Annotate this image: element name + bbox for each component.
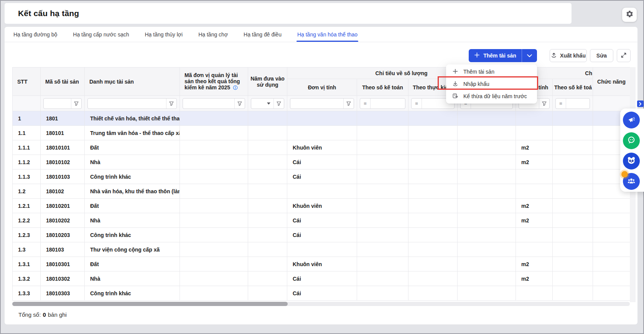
panda-assistant-button[interactable]: [623, 153, 640, 169]
table-row[interactable]: 1.2.218010202NhàCáim2: [13, 213, 630, 228]
table-row[interactable]: 1.3.318010303Công trình khácCái: [13, 286, 630, 301]
edit-button[interactable]: Sửa: [590, 49, 613, 62]
add-asset-button[interactable]: Thêm tài sản: [469, 49, 522, 62]
table-cell: [408, 140, 458, 155]
filter-funnel-icon[interactable]: [235, 99, 245, 109]
filter-funnel-icon[interactable]: [344, 99, 354, 109]
filter-input-unit-code[interactable]: [183, 99, 234, 109]
main-card: Hạ tầng đường bộ Hạ tầng cấp nước sạch H…: [5, 27, 637, 324]
tab-ha-tang-duong-bo[interactable]: Hạ tầng đường bộ: [13, 27, 58, 42]
table-row[interactable]: 1.1180101Trung tâm văn hóa - thể thao cấ…: [13, 126, 630, 140]
menu-item-nhap-khau[interactable]: Nhập khẩu: [446, 78, 537, 90]
table-cell: Cái: [287, 271, 357, 286]
table-cell: [357, 228, 408, 242]
filter-operator[interactable]: =: [556, 99, 566, 109]
table-cell: [357, 169, 408, 184]
table-cell: [408, 286, 458, 301]
table-row[interactable]: 1.2.118010201ĐấtKhuôn viênm2: [13, 199, 630, 213]
chevron-down-icon: [527, 53, 532, 59]
export-button[interactable]: Xuất khẩu: [550, 49, 587, 62]
table-cell: [357, 155, 408, 169]
table-cell: [408, 184, 458, 199]
table-cell: m2: [516, 199, 553, 213]
table-cell: 1.1.3: [13, 169, 41, 184]
add-asset-dropdown-button[interactable]: [522, 49, 537, 62]
filter-input-asset-code[interactable]: [44, 99, 71, 109]
table-cell: [180, 228, 248, 242]
table-cell: Nhà: [85, 155, 180, 169]
table-row[interactable]: 1.1.218010102NhàCáim2: [13, 155, 630, 169]
chat-button[interactable]: [623, 132, 640, 149]
page-title: Kết cấu hạ tầng: [18, 9, 79, 18]
filter-funnel-icon[interactable]: [274, 99, 284, 109]
table-cell: 1.3.1: [13, 257, 41, 271]
table-cell: [180, 199, 248, 213]
table-cell: m2: [516, 257, 553, 271]
table-cell: [180, 140, 248, 155]
filter-funnel-icon[interactable]: [71, 99, 81, 109]
chevron-down-icon[interactable]: [264, 99, 273, 109]
filter-input-asset-category[interactable]: [88, 99, 166, 109]
filter-funnel-icon[interactable]: [539, 99, 549, 109]
table-cell: m2: [516, 213, 553, 228]
horizontal-scrollbar[interactable]: [12, 302, 630, 306]
table-cell: [357, 213, 408, 228]
table-cell: [553, 184, 593, 199]
gear-icon: [626, 10, 634, 20]
table-cell: 1.1.2: [13, 155, 41, 169]
col-header-quantity-unit: Đơn vị tính: [287, 79, 357, 96]
table-cell: [248, 184, 287, 199]
table-cell: [180, 169, 248, 184]
table-cell: [458, 242, 516, 257]
settings-button[interactable]: [622, 8, 637, 22]
table-cell: Khuôn viên: [287, 199, 357, 213]
table-row[interactable]: 1.1.318010103Công trình khácCái: [13, 169, 630, 184]
download-icon: [452, 81, 458, 88]
table-cell: [248, 271, 287, 286]
announcement-button[interactable]: [623, 112, 640, 128]
plus-icon: [452, 68, 458, 76]
tab-ha-tang-thuy-loi[interactable]: Hạ tầng thủy lợi: [144, 27, 183, 42]
expand-icon: [621, 52, 627, 59]
col-header-year-in-use: Năm đưa vào sử dụng: [248, 67, 287, 96]
table-cell: [248, 155, 287, 169]
filter-operator[interactable]: =: [412, 99, 422, 109]
table-row[interactable]: 1.2180102Nhà văn hóa, khu thể thao thôn …: [13, 184, 630, 199]
expand-button[interactable]: [617, 49, 631, 62]
table-cell: [248, 126, 287, 140]
table-cell: [408, 126, 458, 140]
horizontal-scrollbar-thumb[interactable]: [12, 302, 288, 306]
table-cell: [357, 271, 408, 286]
table-row[interactable]: 11801Thiết chế văn hóa, thiết chế thể th…: [13, 111, 630, 126]
col-header-asset-code: Mã số tài sản: [41, 67, 85, 96]
table-row[interactable]: 1.3180103Thư viện công cộng cấp xã: [13, 242, 630, 257]
filter-input-value-accounting[interactable]: [566, 99, 590, 109]
table-cell: [180, 242, 248, 257]
table-row[interactable]: 1.3.118010301ĐấtKhuôn viênm2: [13, 257, 630, 271]
tab-ha-tang-van-hoa-the-thao[interactable]: Hạ tầng văn hóa thể thao: [296, 27, 358, 42]
table-cell: 180103: [41, 242, 85, 257]
filter-operator[interactable]: =: [360, 99, 370, 109]
inherit-data-icon: [452, 93, 458, 100]
table-cell: [516, 286, 553, 301]
filter-input-quantity-unit[interactable]: [290, 99, 343, 109]
table-cell: Khuôn viên: [287, 257, 357, 271]
table-cell: Nhà: [85, 271, 180, 286]
tab-ha-tang-cap-nuoc-sach[interactable]: Hạ tầng cấp nước sạch: [72, 27, 130, 42]
menu-item-ke-thua-du-lieu[interactable]: Kế thừa dữ liệu năm trước: [446, 90, 537, 102]
table-row[interactable]: 1.3.218010302NhàCáim2: [13, 271, 630, 286]
table-cell: 18010101: [41, 140, 85, 155]
filter-input-quantity-accounting[interactable]: [371, 99, 405, 109]
table-row[interactable]: 1.1.118010101ĐấtKhuôn viênm2: [13, 140, 630, 155]
filter-funnel-icon[interactable]: [166, 99, 176, 109]
tab-ha-tang-cho[interactable]: Hạ tầng chợ: [198, 27, 229, 42]
table-cell: [516, 242, 553, 257]
table-cell: [516, 228, 553, 242]
table-cell: [357, 242, 408, 257]
panda-icon: [627, 156, 636, 166]
info-icon[interactable]: [233, 85, 238, 91]
menu-item-them-tai-san[interactable]: Thêm tài sản: [446, 66, 537, 78]
tab-ha-tang-de-dieu[interactable]: Hạ tầng đê điều: [243, 27, 282, 42]
table-row[interactable]: 1.2.318010203Công trình khácCái: [13, 228, 630, 242]
side-panel-toggle[interactable]: [637, 100, 644, 107]
